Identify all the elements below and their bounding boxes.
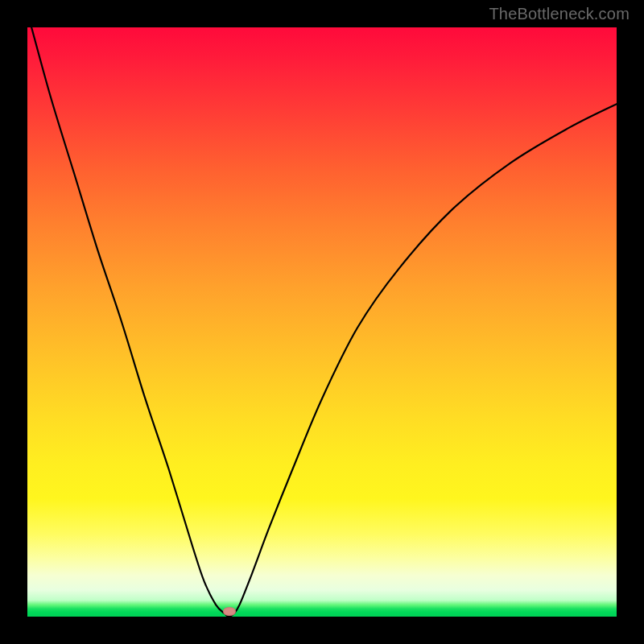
- plot-area: [27, 27, 617, 617]
- bottleneck-marker: [223, 607, 236, 616]
- watermark-text: TheBottleneck.com: [489, 5, 630, 23]
- chart-frame: TheBottleneck.com: [0, 0, 644, 644]
- bottleneck-curve: [27, 27, 617, 617]
